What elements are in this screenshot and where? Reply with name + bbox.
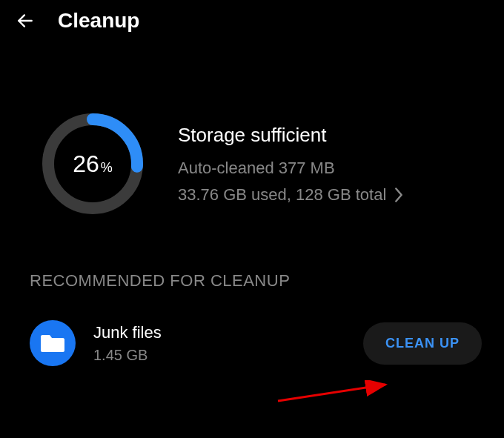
chevron-right-icon <box>394 187 404 203</box>
svg-line-4 <box>278 385 385 401</box>
back-arrow-icon[interactable] <box>15 10 36 31</box>
cleanup-item-size: 1.45 GB <box>93 347 345 364</box>
annotation-arrow-icon <box>274 380 393 410</box>
cleanup-item-title: Junk files <box>93 323 345 342</box>
storage-auto-cleaned: Auto-cleaned 377 MB <box>178 159 474 178</box>
recommended-header: RECOMMENDED FOR CLEANUP <box>0 249 504 305</box>
clean-up-button[interactable]: CLEAN UP <box>363 322 482 365</box>
storage-percent: 26 % <box>73 150 113 178</box>
storage-percent-value: 26 <box>73 150 99 178</box>
header: Cleanup <box>0 0 504 42</box>
page-title: Cleanup <box>58 9 139 33</box>
storage-usage-row[interactable]: 33.76 GB used, 128 GB total <box>178 185 474 205</box>
storage-info: Storage sufficient Auto-cleaned 377 MB 3… <box>178 124 474 205</box>
cleanup-item-text: Junk files 1.45 GB <box>93 323 345 364</box>
storage-percent-unit: % <box>101 160 113 176</box>
storage-summary: 26 % Storage sufficient Auto-cleaned 377… <box>0 42 504 249</box>
storage-status: Storage sufficient <box>178 124 474 147</box>
storage-donut-chart: 26 % <box>37 108 148 219</box>
storage-usage: 33.76 GB used, 128 GB total <box>178 185 386 205</box>
folder-icon <box>30 320 76 366</box>
cleanup-item-junk-files[interactable]: Junk files 1.45 GB CLEAN UP <box>0 305 504 381</box>
